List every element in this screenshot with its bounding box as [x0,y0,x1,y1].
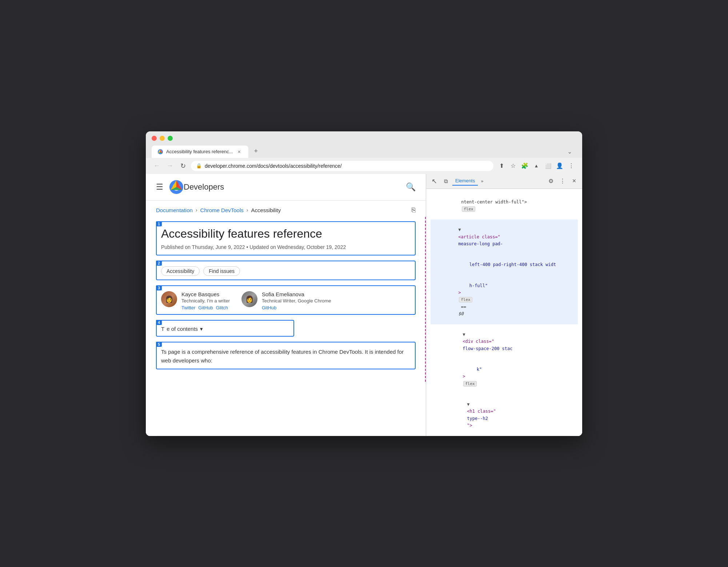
author-1-avatar: 👩 [161,291,177,307]
article: 1 Accessibility features reference Publi… [146,217,426,382]
minimize-window-button[interactable] [160,136,165,141]
page-content: ☰ Developers 🔍 Documentation › Chrome De… [146,174,426,436]
source-num-1: 1 [156,221,162,226]
browser-window: Accessibility features referenc... × + ⌄… [146,131,582,436]
extensions-button[interactable]: 🧩 [520,161,530,171]
forward-button[interactable]: → [165,161,175,171]
devtools-overflow-button[interactable]: ⋮ [557,176,568,186]
author-1: 👩 Kayce Basques Technically, I'm a write… [161,291,230,310]
profile-button[interactable]: 👤 [555,161,565,171]
split-button[interactable]: ⬜ [543,161,553,171]
authors: 👩 Kayce Basques Technically, I'm a write… [161,290,411,310]
devtools-toolbar: ↖ ⧉ Elements » ⚙ ⋮ × [426,174,582,189]
author-1-title: Technically, I'm a writer [181,298,230,304]
author-2-github-link[interactable]: GitHub [262,305,276,310]
author-2-links: GitHub [262,305,331,310]
lock-icon: 🔒 [196,163,202,168]
search-icon[interactable]: 🔍 [406,182,416,192]
html-line-1[interactable]: ntent-center width-full"> flex [431,192,578,220]
devtools-panels: Elements » [452,177,485,186]
html-text-4c: type--h2 [467,416,488,421]
html-text-3e: > [463,374,465,379]
source-num-5: 5 [156,342,162,347]
html-line-3[interactable]: ▼ <div class=" flow-space-200 stac k" > … [431,324,578,394]
source-box-1: 1 Accessibility features reference Publi… [156,221,416,255]
url-bar[interactable]: 🔒 developer.chrome.com/docs/devtools/acc… [191,161,493,171]
traffic-lights [152,136,576,141]
devtools-more-panels[interactable]: » [479,177,485,185]
author-1-info: Kayce Basques Technically, I'm a writer … [181,291,230,310]
back-button[interactable]: ← [152,161,162,171]
breadcrumb-documentation-link[interactable]: Documentation [156,207,193,213]
share-button[interactable]: ⬆ [496,161,507,171]
publish-date: Published on Thursday, June 9, 2022 • Up… [161,243,411,251]
toc-toggle-button[interactable]: Te of contents ▾ [161,324,289,332]
media-button[interactable]: ▲ [531,161,541,171]
devtools-cursor-button[interactable]: ↖ [429,176,439,186]
breadcrumb-sep2: › [247,207,248,213]
devtools-html-viewer: ntent-center width-full"> flex ▼ <articl… [426,189,582,436]
refresh-button[interactable]: ↻ [178,161,188,171]
intro-text: Ts page is a comprehensive reference of … [161,346,411,365]
badge-find-issues[interactable]: Find issues [203,266,240,276]
author-1-links: Twitter GitHub Glitch [181,305,230,310]
source-num-2: 2 [156,261,162,266]
breadcrumb-devtools-link[interactable]: Chrome DevTools [200,207,244,213]
author-1-twitter-link[interactable]: Twitter [181,305,195,310]
devtools-close-button[interactable]: × [569,176,579,186]
source-box-2: 2 Accessibility Find issues [156,261,416,280]
source-box-3: 3 👩 Kayce Basques Technically, I'm a wri… [156,285,416,315]
intro-prefix: T [161,349,164,355]
html-text-2f: > [458,290,461,295]
bookmark-button[interactable]: ☆ [508,161,518,171]
hamburger-menu-button[interactable]: ☰ [156,182,163,192]
site-header: ☰ Developers 🔍 [146,174,426,201]
title-bar: Accessibility features referenc... × + ⌄ [146,131,582,158]
badge-accessibility[interactable]: Accessibility [161,266,200,276]
browser-tab-active[interactable]: Accessibility features referenc... × [152,146,248,158]
site-name: Developers [184,182,224,192]
html-text-3d: k" [463,367,482,372]
chrome-menu-button[interactable]: ⋮ [566,161,576,171]
toc-label: e of contents [167,326,198,332]
source-box-4: 4 Te of contents ▾ [156,320,294,337]
html-text-1: ntent-center width-full"> [461,199,527,205]
toc-arrow-icon: ▾ [200,326,203,332]
html-text-2c: measure-long pad- [458,241,503,246]
toc-label-prefix: T [161,326,164,332]
close-window-button[interactable] [152,136,157,141]
url-text: developer.chrome.com/docs/devtools/acces… [205,163,488,169]
devtools-elements-panel[interactable]: Elements [452,177,478,186]
breadcrumb-current: Accessibility [251,207,281,213]
browser-body: ☰ Developers 🔍 Documentation › Chrome De… [146,174,582,436]
title-rest: ccessibility features reference [169,227,322,240]
html-text-2h: $0 [458,311,463,316]
author-2-title: Technical Writer, Google Chrome [262,298,331,304]
author-1-github-link[interactable]: GitHub [198,305,213,310]
flex-pill-1: flex [462,206,475,212]
badge-group: Accessibility Find issues [161,265,411,276]
tabs-bar: Accessibility features referenc... × + ⌄ [152,144,576,158]
maximize-window-button[interactable] [168,136,173,141]
tab-dropdown-button[interactable]: ⌄ [563,145,576,158]
author-2-info: Sofia Emelianova Technical Writer, Googl… [262,291,331,310]
html-line-4[interactable]: ▼ <h1 class=" type--h2 "> [431,394,578,436]
share-icon[interactable]: ⎘ [412,206,416,214]
html-line-2[interactable]: ▼ <article class=" measure-long pad- lef… [431,219,578,324]
devtools-settings-button[interactable]: ⚙ [546,176,556,186]
author-1-glitch-link[interactable]: Glitch [216,305,228,310]
flex-pill-3: flex [463,381,477,386]
author-2: 👩 Sofia Emelianova Technical Writer, Goo… [241,291,331,310]
source-num-3: 3 [156,285,162,290]
html-text-4a: ▼ [467,402,469,407]
devtools-layers-button[interactable]: ⧉ [441,176,451,186]
html-text-4d: "> [467,423,472,428]
devtools-panel: ↖ ⧉ Elements » ⚙ ⋮ × ntent-center width-… [426,174,582,436]
author-2-avatar: 👩 [241,291,257,307]
source-box-5: 5 Ts page is a comprehensive reference o… [156,342,416,369]
new-tab-button[interactable]: + [250,144,263,158]
html-text-4b: <h1 class=" [467,409,496,414]
tab-close-button[interactable]: × [236,148,243,155]
html-text-2a: ▼ [458,227,461,232]
html-text-2d: left-400 pad-right-400 stack widt [458,262,556,267]
